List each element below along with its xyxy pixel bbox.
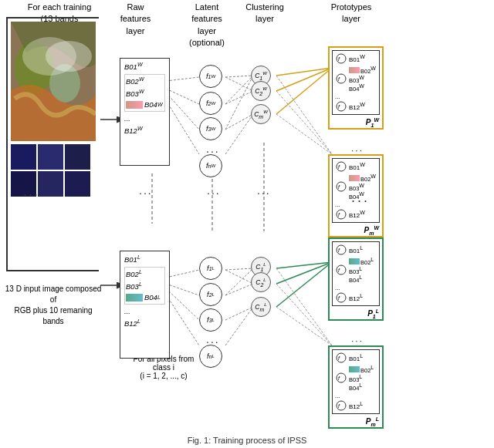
latent-features-header: Latent features layer (optional): [184, 2, 230, 49]
diagram-container: For each training (13 bands Sentinel-2) …: [0, 0, 494, 448]
svg-line-6: [225, 76, 253, 104]
mid-dots-cluster: ···: [257, 187, 271, 199]
svg-line-22: [225, 270, 253, 284]
svg-line-27: [276, 262, 332, 268]
lower-raw-features-box: B01L B02L B03L B04L ... B12L: [120, 251, 170, 359]
lower-prototype-p1: f B01L f B02L B03L B04L ... f B12L: [328, 237, 384, 321]
upper-band-b01: B01W: [124, 61, 165, 72]
svg-line-1: [166, 89, 199, 104]
lower-latent-f1: f1L: [199, 257, 222, 280]
svg-line-11: [276, 68, 332, 76]
upper-latent-fn: fnW: [199, 154, 222, 177]
svg-line-18: [166, 284, 199, 295]
raw-features-header: Raw features layer: [114, 2, 157, 37]
svg-line-10: [225, 114, 253, 154]
svg-line-3: [166, 100, 199, 154]
upper-cluster-cm: CmW: [251, 104, 271, 124]
upper-latent-f2: f2W: [199, 92, 222, 115]
svg-line-19: [166, 288, 199, 320]
svg-line-26: [225, 307, 253, 345]
lower-latent-f3: f3L: [199, 308, 222, 332]
lower-latent-f2: f2L: [199, 283, 222, 306]
svg-line-25: [225, 307, 253, 320]
svg-line-28: [276, 262, 332, 284]
upper-prototype-p1: f B01W f B02W B03W B04W ... f B12W: [328, 46, 384, 130]
prototypes-header: Prototypes layer: [324, 2, 378, 25]
svg-line-21: [225, 268, 253, 270]
svg-line-13: [276, 68, 332, 114]
svg-line-14: [276, 76, 332, 154]
input-image-area: [6, 17, 99, 271]
mid-dots-proto: ···: [351, 193, 370, 209]
svg-line-9: [225, 76, 253, 130]
svg-line-2: [166, 93, 199, 130]
svg-line-5: [225, 77, 253, 91]
svg-line-29: [276, 262, 332, 307]
upper-latent-f3: f3W: [199, 117, 222, 140]
proto-lower-dots: ···: [351, 335, 364, 346]
svg-line-31: [276, 284, 332, 345]
lower-prototype-pm: f B01L f B02L B03L B04L ... f B12L: [328, 345, 384, 429]
svg-line-12: [276, 68, 332, 91]
mid-dots-raw: ···: [139, 187, 153, 199]
svg-line-32: [276, 307, 332, 345]
svg-line-23: [225, 268, 253, 295]
svg-line-7: [225, 91, 253, 104]
lower-cluster-c2: C2L: [251, 272, 271, 292]
upper-cluster-c2: C2W: [251, 81, 271, 101]
upper-raw-features-box: B01W B02W B03W B04W ... B12W: [120, 58, 170, 166]
svg-line-8: [225, 114, 253, 130]
svg-line-16: [276, 114, 332, 154]
svg-line-30: [276, 268, 332, 345]
clustering-header: Clustering layer: [242, 2, 288, 25]
mid-dots-left: ···: [23, 187, 39, 203]
svg-line-17: [166, 270, 199, 278]
figure-caption: Fig. 1: Training process of IPSS: [0, 436, 494, 445]
input-description: 13 D input image composed of RGB plus 10…: [3, 284, 103, 327]
svg-line-24: [225, 284, 253, 295]
svg-line-15: [276, 91, 332, 154]
upper-latent-f1: f1W: [199, 65, 222, 88]
svg-line-4: [225, 76, 253, 77]
mid-dots-latent: ···: [207, 187, 221, 199]
lower-latent-fn: fnL: [199, 345, 222, 368]
svg-point-42: [46, 41, 92, 72]
svg-line-20: [166, 295, 199, 345]
satellite-image: [11, 22, 96, 141]
svg-line-0: [166, 77, 199, 81]
lower-cluster-cm: CmL: [251, 297, 271, 317]
